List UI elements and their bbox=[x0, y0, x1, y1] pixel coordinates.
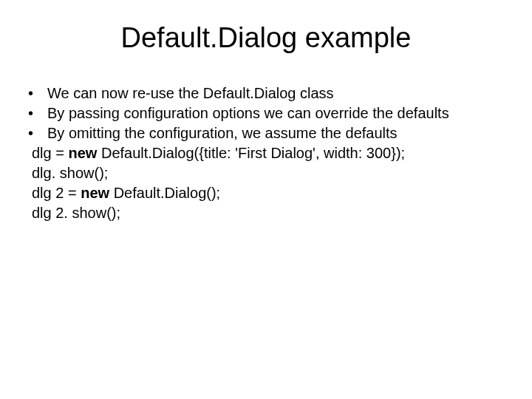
slide-container: Default.Dialog example • We can now re-u… bbox=[0, 0, 532, 399]
code-line: dlg 2 = new Default.Dialog(); bbox=[32, 183, 510, 203]
bullet-item: • By omitting the configuration, we assu… bbox=[28, 123, 510, 143]
code-keyword: new bbox=[81, 185, 109, 201]
code-text: Default.Dialog({title: 'First Dialog', w… bbox=[97, 145, 405, 161]
slide-content: • We can now re-use the Default.Dialog c… bbox=[28, 83, 510, 223]
bullet-item: • By passing configuration options we ca… bbox=[28, 103, 510, 123]
slide-title: Default.Dialog example bbox=[22, 22, 510, 54]
code-text: dlg 2 = bbox=[32, 185, 81, 201]
bullet-text: We can now re-use the Default.Dialog cla… bbox=[47, 83, 510, 103]
code-text: dlg 2. show(); bbox=[32, 205, 120, 221]
bullet-icon: • bbox=[28, 123, 47, 143]
code-line: dlg 2. show(); bbox=[32, 203, 510, 223]
bullet-text: By passing configuration options we can … bbox=[47, 103, 510, 123]
bullet-icon: • bbox=[28, 103, 47, 123]
code-text: dlg = bbox=[32, 145, 68, 161]
bullet-icon: • bbox=[28, 83, 47, 103]
code-keyword: new bbox=[68, 145, 97, 161]
code-line: dlg. show(); bbox=[32, 163, 510, 183]
code-text: dlg. show(); bbox=[32, 165, 108, 181]
code-line: dlg = new Default.Dialog({title: 'First … bbox=[32, 143, 510, 163]
bullet-text: By omitting the configuration, we assume… bbox=[47, 123, 510, 143]
bullet-item: • We can now re-use the Default.Dialog c… bbox=[28, 83, 510, 103]
code-text: Default.Dialog(); bbox=[109, 185, 220, 201]
